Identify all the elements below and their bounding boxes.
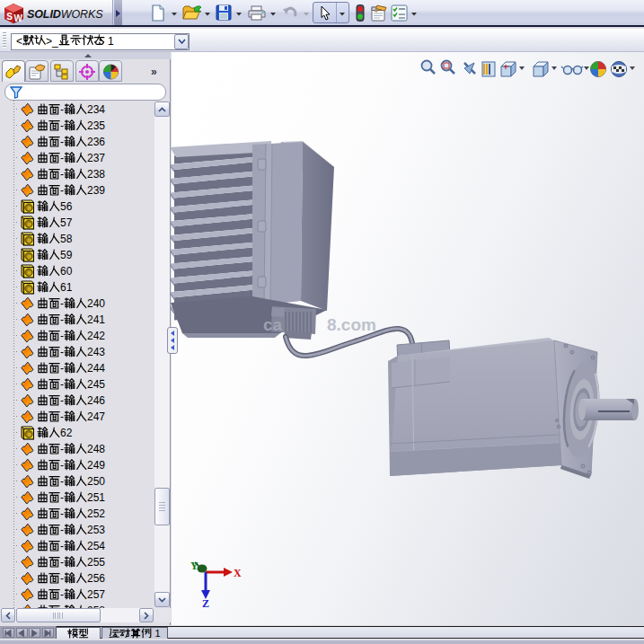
svg-text:Z: Z [202,597,209,610]
svg-text:X: X [234,567,242,579]
svg-text:ca: ca [263,315,283,334]
svg-text:8.com: 8.com [327,315,376,334]
svg-text:Y: Y [190,560,198,572]
